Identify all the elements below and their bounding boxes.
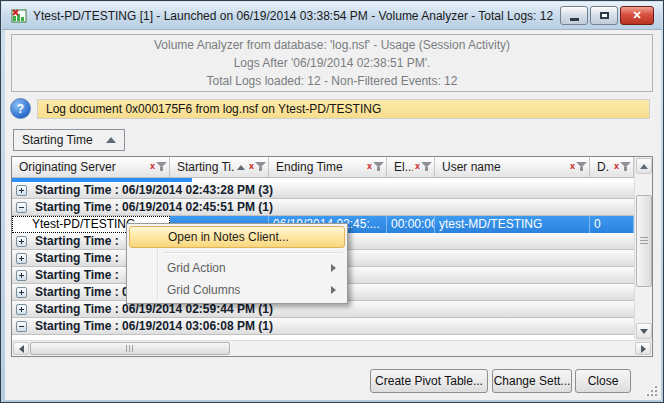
window-title: Ytest-PD/TESTING [1] - Launched on 06/19… xyxy=(33,9,560,23)
vertical-scrollbar[interactable] xyxy=(634,157,652,340)
menu-item-grid-columns[interactable]: Grid Columns xyxy=(129,279,345,301)
status-text: Log document 0x000175F6 from log.nsf on … xyxy=(46,102,381,116)
status-bar: Log document 0x000175F6 from log.nsf on … xyxy=(37,99,650,119)
group-row[interactable]: Starting Time : 06/19/2014 03:06:08 PM (… xyxy=(12,318,634,335)
filter-funnel xyxy=(620,161,631,173)
expand-icon[interactable] xyxy=(16,287,27,298)
scroll-right-button[interactable] xyxy=(635,342,651,355)
group-row-label: Starting Time : 06/19/2014 03:06:08 PM (… xyxy=(35,319,273,333)
dialog-content: Volume Analyzer from database: 'log.nsf'… xyxy=(5,30,661,400)
minimize-icon xyxy=(570,18,579,21)
volume-analyzer-window: Ytest-PD/TESTING [1] - Launched on 06/19… xyxy=(0,0,664,403)
expand-icon[interactable] xyxy=(16,236,27,247)
cell[interactable]: 00:00:00 xyxy=(387,216,435,233)
filter-icon[interactable]: x xyxy=(367,161,384,173)
cell[interactable]: ytest-MD/TESTING xyxy=(435,216,590,233)
filter-x-mark: x xyxy=(415,161,420,171)
filter-x-mark: x xyxy=(614,161,619,171)
column-header-ending-time[interactable]: Ending Timex xyxy=(269,157,387,177)
filter-x-mark: x xyxy=(249,161,254,171)
expand-icon[interactable] xyxy=(16,253,27,264)
filter-icon[interactable]: x xyxy=(150,161,167,173)
sort-asc-icon xyxy=(106,137,116,143)
group-row[interactable]: Starting Time : 06/19/2014 02:43:28 PM (… xyxy=(12,182,634,199)
filter-funnel xyxy=(156,161,167,173)
arrow-right-icon xyxy=(641,345,646,353)
expand-icon[interactable] xyxy=(16,304,27,315)
footer-button-close[interactable]: Close xyxy=(575,369,631,393)
help-icon: ? xyxy=(17,102,24,116)
collapse-icon[interactable] xyxy=(16,321,27,332)
horizontal-scroll-thumb[interactable] xyxy=(30,342,230,355)
summary-info-box: Volume Analyzer from database: 'log.nsf'… xyxy=(11,34,653,92)
expand-icon[interactable] xyxy=(16,185,27,196)
menu-item-label: Grid Action xyxy=(167,261,226,275)
filter-funnel xyxy=(255,161,266,173)
arrow-down-icon xyxy=(640,329,648,334)
minimize-button[interactable] xyxy=(560,6,588,25)
collapse-icon[interactable] xyxy=(16,202,27,213)
filter-x-mark: x xyxy=(367,161,372,171)
column-header-label: El... xyxy=(394,160,413,174)
info-line: Logs After '06/19/2014 02:38:51 PM'. xyxy=(234,54,431,72)
menu-item-open-in-notes-client[interactable]: Open in Notes Client... xyxy=(129,226,345,248)
expand-icon[interactable] xyxy=(16,270,27,281)
help-button[interactable]: ? xyxy=(10,98,31,119)
footer-button-create-pivot-table[interactable]: Create Pivot Table... xyxy=(370,369,488,393)
resize-grip[interactable] xyxy=(645,384,657,396)
scroll-down-button[interactable] xyxy=(636,323,652,339)
filter-funnel xyxy=(373,161,384,173)
thumb-grip xyxy=(126,345,134,352)
group-row[interactable]: Starting Time : 06/19/2014 02:45:51 PM (… xyxy=(12,199,634,216)
context-menu: Open in Notes Client...Grid ActionGrid C… xyxy=(126,223,348,304)
column-header-el[interactable]: El...x xyxy=(387,157,435,177)
group-row-label: Starting Time : 06/19/2014 02:43:28 PM (… xyxy=(35,183,273,197)
grid-header: Originating ServerxStarting Ti...xEnding… xyxy=(12,157,634,178)
horizontal-scrollbar[interactable] xyxy=(12,340,652,356)
column-header-d[interactable]: D.x xyxy=(590,157,634,177)
menu-item-grid-action[interactable]: Grid Action xyxy=(129,257,345,279)
info-line: Total Logs loaded: 12 - Non-Filtered Eve… xyxy=(207,72,458,90)
group-row-label: Starting Time : 06/19/2014 02:59:44 PM (… xyxy=(35,302,273,316)
group-row-label: Starting Time : xyxy=(35,234,119,248)
filter-funnel xyxy=(421,161,432,173)
app-icon xyxy=(11,8,27,24)
close-icon: ✕ xyxy=(632,9,641,22)
scroll-left-button[interactable] xyxy=(13,342,29,355)
column-header-label: User name xyxy=(442,160,568,174)
column-header-starting-ti[interactable]: Starting Ti...x xyxy=(170,157,269,177)
vertical-scroll-thumb[interactable] xyxy=(636,195,652,287)
cell[interactable]: 0 xyxy=(590,216,634,233)
menu-item-label: Open in Notes Client... xyxy=(168,230,289,244)
filter-icon[interactable]: x xyxy=(614,161,631,173)
chip-label: Starting Time xyxy=(22,133,93,147)
group-row-label: Starting Time : xyxy=(35,251,119,265)
submenu-arrow-icon xyxy=(331,264,336,272)
scroll-up-button[interactable] xyxy=(636,158,652,174)
menu-separator xyxy=(163,252,343,253)
titlebar[interactable]: Ytest-PD/TESTING [1] - Launched on 06/19… xyxy=(2,2,662,30)
filter-icon[interactable]: x xyxy=(249,161,266,173)
column-header-label: Starting Ti... xyxy=(177,160,235,174)
filter-funnel xyxy=(576,161,587,173)
window-controls: ✕ xyxy=(560,6,654,25)
footer-button-change-sett[interactable]: Change Sett... xyxy=(492,369,572,393)
filter-x-mark: x xyxy=(570,161,575,171)
filter-icon[interactable]: x xyxy=(415,161,432,173)
group-row-label: Starting Time : 06/19/2014 02:45:51 PM (… xyxy=(35,200,273,214)
filter-x-mark: x xyxy=(150,161,155,171)
group-by-chip-starting-time[interactable]: Starting Time xyxy=(13,129,125,151)
thumb-grip xyxy=(640,237,648,245)
group-row-label: Starting Time : xyxy=(35,268,119,282)
filter-icon[interactable]: x xyxy=(570,161,587,173)
submenu-arrow-icon xyxy=(331,286,336,294)
column-header-label: D. xyxy=(597,160,612,174)
close-button[interactable]: ✕ xyxy=(620,6,654,25)
column-header-originating-server[interactable]: Originating Serverx xyxy=(12,157,170,177)
column-header-label: Originating Server xyxy=(19,160,148,174)
maximize-icon xyxy=(600,12,609,19)
menu-item-label: Grid Columns xyxy=(167,283,240,297)
maximize-button[interactable] xyxy=(590,6,618,25)
window-frame: Ytest-PD/TESTING [1] - Launched on 06/19… xyxy=(0,0,664,403)
column-header-user-name[interactable]: User namex xyxy=(435,157,590,177)
